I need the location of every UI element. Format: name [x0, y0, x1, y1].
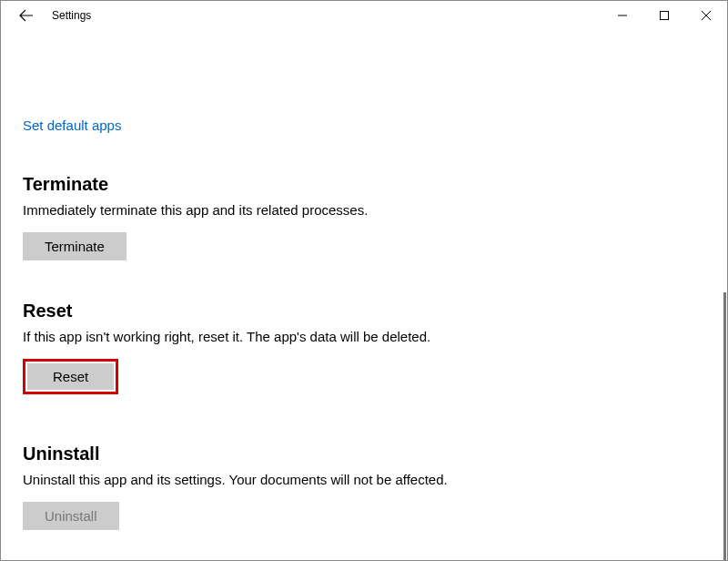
terminate-description: Immediately terminate this app and its r… — [23, 202, 705, 218]
svg-rect-1 — [661, 12, 669, 20]
terminate-heading: Terminate — [23, 174, 705, 195]
terminate-section: Terminate Immediately terminate this app… — [23, 174, 705, 260]
maximize-button[interactable] — [643, 1, 685, 30]
uninstall-button: Uninstall — [23, 502, 119, 530]
reset-section: Reset If this app isn't working right, r… — [23, 301, 705, 394]
scrollbar[interactable] — [723, 292, 726, 560]
reset-description: If this app isn't working right, reset i… — [23, 329, 705, 344]
window-controls — [602, 1, 727, 30]
set-default-apps-link[interactable]: Set default apps — [23, 117, 121, 133]
reset-button[interactable]: Reset — [27, 363, 114, 390]
uninstall-section: Uninstall Uninstall this app and its set… — [23, 444, 705, 530]
minimize-icon — [618, 11, 627, 20]
maximize-icon — [660, 11, 669, 20]
minimize-button[interactable] — [602, 1, 643, 30]
back-arrow-icon — [19, 8, 34, 23]
uninstall-heading: Uninstall — [23, 444, 705, 464]
reset-button-highlight: Reset — [23, 359, 118, 394]
window-title: Settings — [52, 9, 91, 22]
terminate-button[interactable]: Terminate — [23, 232, 126, 260]
uninstall-description: Uninstall this app and its settings. You… — [23, 472, 705, 487]
content-area: Set default apps Terminate Immediately t… — [1, 30, 727, 530]
reset-heading: Reset — [23, 301, 705, 321]
back-button[interactable] — [8, 1, 45, 30]
close-icon — [702, 11, 711, 20]
close-button[interactable] — [685, 1, 727, 30]
titlebar: Settings — [1, 1, 727, 30]
